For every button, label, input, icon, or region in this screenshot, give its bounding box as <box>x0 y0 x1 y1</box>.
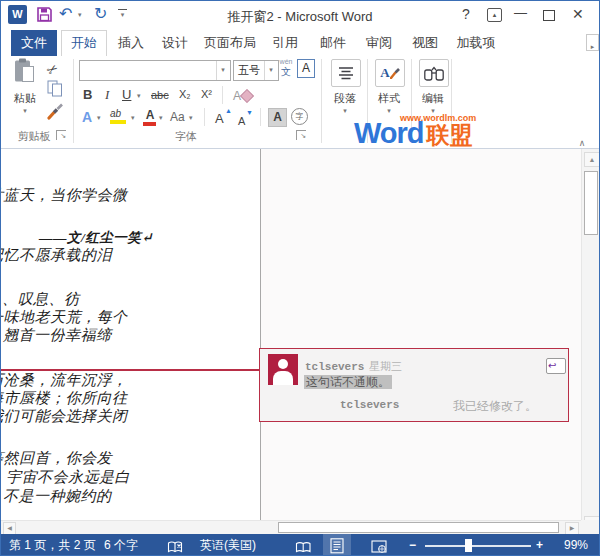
doc-line[interactable]: 海市蜃楼；你所向往 <box>1 389 128 408</box>
web-layout-icon <box>371 540 388 554</box>
doc-line[interactable]: 蓦然回首，你会发 <box>1 449 112 468</box>
horizontal-scrollbar[interactable]: ◀ ▶ <box>1 520 581 534</box>
underline-button[interactable]: U <box>122 87 131 102</box>
change-case-button[interactable]: Aa <box>170 110 185 124</box>
font-dialog-launcher[interactable]: ↘ <box>296 130 306 140</box>
chevron-down-icon: ▾ <box>5 107 45 115</box>
paste-button[interactable]: 粘贴 ▾ <box>5 58 45 122</box>
comment-text[interactable]: 这句话不通顺。 <box>304 372 392 391</box>
scroll-up-button[interactable]: ▲ <box>584 152 600 167</box>
doc-line[interactable]: 、叹息、彷 <box>2 290 80 309</box>
tab-review[interactable]: 审阅 <box>357 30 401 56</box>
doc-line[interactable]: 宇宙不会永远是白 <box>6 468 130 487</box>
page-info[interactable]: 第 1 页，共 2 页 <box>9 534 96 556</box>
font-name-combobox[interactable]: ▾ <box>79 60 231 81</box>
enclose-characters-button[interactable]: 字 <box>291 108 308 125</box>
ribbon: 粘贴 ▾ ✂ 剪贴板 ↘ ▾ 五号 ▾ <box>1 56 600 149</box>
doc-line[interactable]: 我们可能会选择关闭 <box>1 407 128 426</box>
tab-references[interactable]: 引用 <box>263 30 307 56</box>
doc-line[interactable]: 片蓝天，当你学会微 <box>1 186 128 205</box>
character-shading-button[interactable]: A <box>268 108 287 127</box>
phonetic-guide-button[interactable]: wén 文 <box>277 58 295 77</box>
horizontal-scroll-thumb[interactable] <box>278 522 559 533</box>
highlight-button[interactable]: ab <box>110 108 128 124</box>
cut-button[interactable]: ✂ <box>47 60 69 76</box>
text-effects-dropdown[interactable]: ▾ <box>97 114 101 122</box>
word-count[interactable]: 6 个字 <box>104 534 138 556</box>
tab-design[interactable]: 设计 <box>153 30 197 56</box>
phonetic-bottom-label: 文 <box>277 66 295 77</box>
zoom-slider-track[interactable] <box>425 545 531 547</box>
close-button[interactable]: ✕ <box>572 7 584 21</box>
tab-file[interactable]: 文件 <box>11 30 57 56</box>
character-border-button[interactable]: A <box>297 59 315 78</box>
editing-iconbox <box>419 59 449 87</box>
italic-button[interactable]: I <box>105 87 109 103</box>
clipboard-dialog-launcher[interactable]: ↘ <box>56 130 66 140</box>
font-size-combobox[interactable]: 五号 ▾ <box>233 60 279 81</box>
shrink-font-button[interactable]: A ▼ <box>238 111 245 129</box>
scissors-icon: ✂ <box>44 60 62 79</box>
clear-formatting-button[interactable]: A <box>233 86 253 104</box>
comment-reply-text[interactable]: 我已经修改了。 <box>453 398 537 415</box>
help-button[interactable]: ? <box>462 7 470 21</box>
doc-line[interactable]: 一味地老天荒，每个 <box>1 308 128 327</box>
read-mode-icon <box>295 541 312 554</box>
superscript-button[interactable]: X² <box>201 88 212 100</box>
comment-reply-author[interactable]: tclsevers <box>340 399 399 411</box>
zoom-out-button[interactable]: − <box>409 534 416 556</box>
change-case-dropdown[interactable]: ▾ <box>189 114 193 122</box>
maximize-button[interactable] <box>543 10 555 21</box>
print-layout-button[interactable] <box>323 534 351 556</box>
comment-box[interactable]: tclsevers 星期三 这句话不通顺。 tclsevers 我已经修改了。 … <box>259 348 569 422</box>
font-color-dropdown[interactable]: ▾ <box>159 114 163 122</box>
text-effects-button[interactable]: A <box>82 109 92 125</box>
group-separator <box>321 59 322 143</box>
zoom-level[interactable]: 99% <box>550 534 588 556</box>
watermark-logo: Word 联盟 <box>354 117 473 151</box>
zoom-slider-thumb[interactable] <box>465 539 472 552</box>
tab-view[interactable]: 视图 <box>403 30 447 56</box>
subscript-button[interactable]: X₂ <box>179 88 191 100</box>
doc-line[interactable]: ——文/红尘一笑↵ <box>39 229 153 247</box>
tab-addins[interactable]: 加载项 <box>447 30 505 56</box>
paragraph-group-button[interactable]: 段落 ▾ <box>325 58 365 122</box>
ribbon-display-options-button[interactable]: ▴ <box>487 8 502 22</box>
doc-line[interactable]: 记忆不愿承载的泪 <box>1 246 112 265</box>
chevron-down-icon: ▾ <box>216 61 229 80</box>
document-canvas[interactable]: 片蓝天，当你学会微 ——文/红尘一笑↵ 记忆不愿承载的泪 、叹息、彷 一味地老天… <box>1 149 581 520</box>
doc-line[interactable]: 翘首一份幸福缔 <box>3 326 112 345</box>
format-painter-button[interactable] <box>47 103 65 124</box>
chevron-up-icon: ∧ <box>579 138 586 148</box>
proofing-book-icon <box>167 540 184 554</box>
minimize-button[interactable]: — <box>514 6 527 20</box>
grow-font-letter: A <box>215 111 224 126</box>
reply-arrow-icon: ↩ <box>548 360 556 372</box>
bold-button[interactable]: B <box>83 87 92 102</box>
doc-line[interactable]: 不是一种婉约的 <box>3 487 112 506</box>
collapse-ribbon-button[interactable]: ∧ <box>574 132 590 146</box>
tab-mailings[interactable]: 邮件 <box>311 30 355 56</box>
tab-page-layout[interactable]: 页面布局 <box>197 30 263 56</box>
phonetic-top-label: wén <box>277 58 295 66</box>
doc-line[interactable]: 历沧桑，流年沉浮， <box>1 371 128 390</box>
language-status[interactable]: 英语(美国) <box>200 534 256 556</box>
tab-scroll-right-button[interactable]: ▸ <box>586 34 599 51</box>
read-mode-button[interactable] <box>295 539 312 556</box>
proofing-status-button[interactable] <box>167 539 184 556</box>
web-layout-button[interactable] <box>371 539 388 556</box>
tab-insert[interactable]: 插入 <box>109 30 153 56</box>
vertical-scrollbar[interactable]: ▲ ▼ <box>581 149 600 534</box>
font-size-value: 五号 <box>238 64 260 76</box>
copy-button[interactable] <box>47 80 64 101</box>
highlight-dropdown[interactable]: ▾ <box>131 114 135 122</box>
vertical-scroll-thumb[interactable] <box>584 171 598 235</box>
tab-home[interactable]: 开始 <box>61 30 107 57</box>
strikethrough-button[interactable]: abc <box>151 89 169 101</box>
zoom-in-button[interactable]: + <box>536 534 543 556</box>
grow-font-button[interactable]: A ▲ <box>215 109 224 127</box>
underline-dropdown[interactable]: ▾ <box>137 92 141 100</box>
comment-date: 星期三 <box>369 360 402 372</box>
font-color-button[interactable]: A <box>143 108 157 126</box>
comment-reply-button[interactable]: ↩ <box>546 358 566 374</box>
